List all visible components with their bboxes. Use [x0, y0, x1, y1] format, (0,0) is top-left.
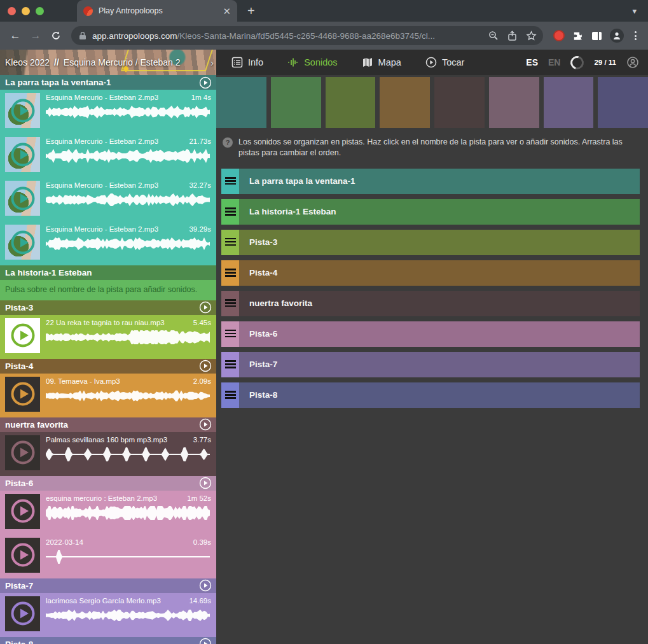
- palette-swatch[interactable]: [271, 77, 321, 128]
- back-button[interactable]: ←: [6, 27, 24, 45]
- sound-play-icon[interactable]: [10, 542, 36, 568]
- sound-item[interactable]: lacrimosa Sergio García Merlo.mp314.69s: [0, 593, 216, 637]
- track-row-body[interactable]: Pista-3: [239, 230, 640, 255]
- track-row[interactable]: La historia-1 Esteban: [221, 199, 640, 225]
- track-drag-handle[interactable]: [221, 352, 239, 377]
- sound-play-icon[interactable]: [10, 440, 36, 465]
- browser-tab[interactable]: Play Antropoloops ✕: [77, 0, 237, 22]
- track-drag-handle[interactable]: [221, 260, 239, 286]
- tab-close-icon[interactable]: ✕: [223, 6, 231, 16]
- sidebar-track-header[interactable]: La parra tapa la ventana-1: [0, 75, 216, 90]
- track-row-body[interactable]: Pista-6: [239, 321, 640, 347]
- track-row[interactable]: nuertra favorita: [221, 291, 640, 316]
- track-row[interactable]: Pista-3: [221, 230, 640, 255]
- sound-play-icon[interactable]: [10, 323, 36, 348]
- window-close-button[interactable]: [8, 7, 16, 15]
- sound-play-icon[interactable]: [10, 98, 36, 123]
- side-panel-icon[interactable]: [592, 32, 602, 40]
- sound-item[interactable]: esquina mercurio : Esteban 2.mp31m 52s: [0, 491, 216, 535]
- track-play-icon[interactable]: [199, 638, 212, 644]
- palette-swatch[interactable]: [598, 77, 648, 128]
- sound-item[interactable]: Palmas sevillanas 160 bpm mp3.mp33.77s: [0, 432, 216, 476]
- track-row-body[interactable]: nuertra favorita: [239, 291, 640, 316]
- help-icon[interactable]: ?: [223, 137, 233, 148]
- track-row-body[interactable]: La parra tapa la ventana-1: [239, 169, 640, 194]
- window-minimize-button[interactable]: [22, 7, 30, 15]
- track-drag-handle[interactable]: [221, 169, 239, 194]
- sidebar-track-header[interactable]: Pista-4: [0, 359, 216, 374]
- sound-item[interactable]: Esquina Mercurio - Esteban 2.mp332.27s: [0, 178, 216, 221]
- sidebar-track-header[interactable]: La historia-1 Esteban: [0, 265, 216, 280]
- track-play-icon[interactable]: [199, 301, 212, 314]
- nav-item-mapa[interactable]: Mapa: [362, 57, 401, 68]
- palette-swatch[interactable]: [489, 77, 539, 128]
- project-cover[interactable]: Kleos 2022//Esquina Mercurio / Esteban 2…: [0, 50, 216, 75]
- lang-en-button[interactable]: EN: [548, 57, 560, 67]
- sound-thumbnail[interactable]: [5, 538, 40, 573]
- sound-play-icon[interactable]: [10, 230, 36, 255]
- track-drag-handle[interactable]: [221, 291, 239, 316]
- share-icon[interactable]: [507, 31, 517, 41]
- sound-item[interactable]: Esquina Mercurio - Esteban 2.mp339.29s: [0, 221, 216, 265]
- track-row-body[interactable]: Pista-8: [239, 382, 640, 408]
- sidebar-track-header[interactable]: Pista-6: [0, 476, 216, 491]
- address-bar[interactable]: app.antropoloops.com/Kleos-Santa-Marina/…: [71, 26, 543, 45]
- sound-play-icon[interactable]: [10, 601, 36, 626]
- track-row[interactable]: Pista-4: [221, 260, 640, 286]
- sound-thumbnail[interactable]: [5, 435, 40, 470]
- reload-button[interactable]: [47, 27, 65, 45]
- browser-menu-icon[interactable]: [632, 31, 639, 40]
- lock-icon[interactable]: [79, 31, 86, 40]
- track-row[interactable]: Pista-8: [221, 382, 640, 408]
- palette-swatch[interactable]: [544, 77, 594, 128]
- track-drag-handle[interactable]: [221, 382, 239, 408]
- track-play-icon[interactable]: [199, 360, 212, 372]
- nav-item-tocar[interactable]: Tocar: [425, 57, 464, 68]
- sound-thumbnail[interactable]: [5, 596, 40, 631]
- sound-thumbnail[interactable]: [5, 225, 40, 260]
- profile-avatar[interactable]: [610, 29, 624, 43]
- sidebar-track-header[interactable]: Pista-3: [0, 300, 216, 315]
- sound-item[interactable]: 22 Ua reka te tagnia to rau niau.mp35.45…: [0, 315, 216, 359]
- track-drag-handle[interactable]: [221, 321, 239, 347]
- track-drag-handle[interactable]: [221, 199, 239, 225]
- sidebar-track-header[interactable]: nuertra favorita: [0, 417, 216, 432]
- sound-thumbnail[interactable]: [5, 318, 40, 353]
- palette-swatch[interactable]: [216, 77, 266, 128]
- sound-play-icon[interactable]: [10, 186, 36, 211]
- palette-swatch[interactable]: [380, 77, 430, 128]
- sound-play-icon[interactable]: [10, 381, 36, 407]
- new-tab-button[interactable]: +: [247, 4, 255, 18]
- sound-thumbnail[interactable]: [5, 494, 40, 529]
- zoom-icon[interactable]: [488, 31, 499, 41]
- palette-swatch[interactable]: [326, 77, 376, 128]
- bookmark-star-icon[interactable]: [526, 31, 537, 41]
- forward-button[interactable]: →: [27, 27, 45, 45]
- sound-item[interactable]: Esquina Mercurio - Esteban 2.mp321.73s: [0, 134, 216, 178]
- lang-es-button[interactable]: ES: [526, 57, 538, 67]
- sound-item[interactable]: Esquina Mercurio - Esteban 2.mp31m 4s: [0, 90, 216, 134]
- sidebar-track-header[interactable]: Pista-8: [0, 637, 216, 644]
- extensions-puzzle-icon[interactable]: [573, 31, 584, 41]
- track-row-body[interactable]: La historia-1 Esteban: [239, 199, 640, 225]
- track-play-icon[interactable]: [199, 418, 212, 431]
- track-play-icon[interactable]: [199, 579, 212, 592]
- account-icon[interactable]: [626, 56, 639, 69]
- sidebar-track-header[interactable]: Pista-7: [0, 578, 216, 593]
- track-row[interactable]: Pista-7: [221, 352, 640, 377]
- track-row[interactable]: Pista-6: [221, 321, 640, 347]
- window-zoom-button[interactable]: [36, 7, 44, 15]
- nav-item-info[interactable]: Info: [231, 57, 263, 68]
- sound-thumbnail[interactable]: [5, 181, 40, 216]
- track-row-body[interactable]: Pista-4: [239, 260, 640, 286]
- tab-search-chevron-icon[interactable]: ▾: [632, 6, 637, 16]
- track-row[interactable]: La parra tapa la ventana-1: [221, 169, 640, 194]
- palette-swatch[interactable]: [434, 77, 485, 128]
- track-row-body[interactable]: Pista-7: [239, 352, 640, 377]
- recording-indicator-icon[interactable]: [553, 30, 565, 41]
- cover-chevron-icon[interactable]: ›: [210, 57, 214, 68]
- track-play-icon[interactable]: [199, 76, 212, 89]
- sound-play-icon[interactable]: [10, 142, 36, 167]
- sound-play-icon[interactable]: [10, 498, 36, 524]
- sound-thumbnail[interactable]: [5, 377, 40, 412]
